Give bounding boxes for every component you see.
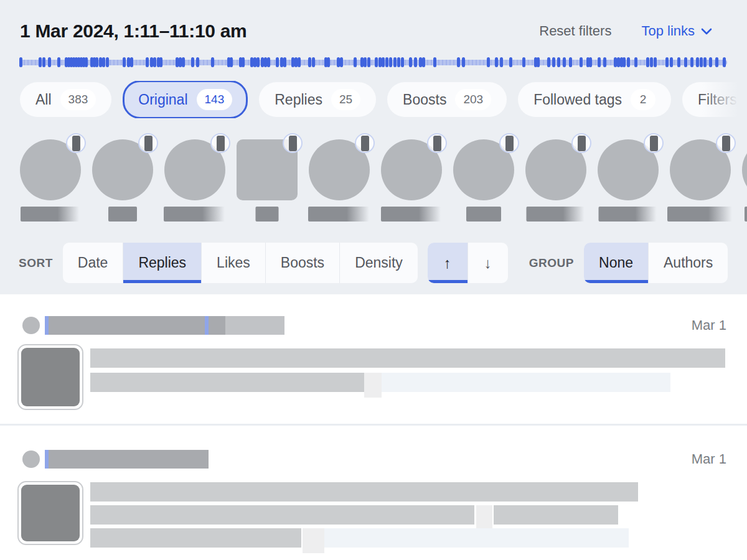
filter-pill-all[interactable]: All383 xyxy=(20,82,111,117)
timeline-tick xyxy=(580,57,583,67)
post-count-badge xyxy=(571,133,591,153)
text-placeholder-line xyxy=(90,482,638,502)
timeline-tick xyxy=(123,57,126,67)
header-segment xyxy=(49,450,209,469)
author-avatar[interactable] xyxy=(670,133,731,224)
post-count-badge xyxy=(283,133,303,153)
filter-count-badge: 143 xyxy=(197,89,233,110)
post-badge-icon xyxy=(505,136,514,151)
author-avatar[interactable] xyxy=(92,133,153,224)
timeline-tick xyxy=(253,57,256,67)
author-avatar[interactable] xyxy=(598,133,659,224)
author-avatar[interactable] xyxy=(742,133,747,224)
timeline-tick xyxy=(182,57,185,67)
author-name-placeholder xyxy=(21,207,80,222)
text-segment xyxy=(364,373,382,398)
filter-pill-label: All xyxy=(35,91,52,108)
author-avatar[interactable] xyxy=(164,133,225,224)
text-segment xyxy=(90,482,638,502)
text-segment xyxy=(90,528,301,548)
timeline-tick xyxy=(537,57,540,67)
filter-pill-boosts[interactable]: Boosts203 xyxy=(387,82,507,117)
timeline-tick xyxy=(414,57,417,67)
group-option-none[interactable]: None xyxy=(584,243,649,283)
timeline-tick xyxy=(242,57,245,67)
timeline-tick xyxy=(723,57,726,67)
page-title: 1 Mar 2024, 1:11–11:10 am xyxy=(20,21,247,42)
author-avatar[interactable] xyxy=(20,133,81,224)
group-options-group: NoneAuthors xyxy=(584,243,728,283)
timeline-tick xyxy=(603,57,606,67)
author-avatar[interactable] xyxy=(309,133,370,224)
timeline-tick xyxy=(382,57,385,67)
post-author-avatar xyxy=(22,317,40,334)
timeline-tick xyxy=(256,57,260,67)
timeline-tick xyxy=(677,57,680,67)
page: 1 Mar 2024, 1:11–11:10 am Reset filters … xyxy=(0,0,747,560)
timeline-tick xyxy=(665,57,669,67)
timeline-tick xyxy=(622,57,626,67)
post-item[interactable]: Mar 1 xyxy=(0,450,747,553)
timeline-tick xyxy=(153,57,156,67)
timeline-tick xyxy=(709,57,712,67)
sort-option-boosts[interactable]: Boosts xyxy=(266,243,340,283)
timeline-tick xyxy=(557,57,560,67)
timeline-tick xyxy=(617,57,620,67)
filter-pill-replies[interactable]: Replies25 xyxy=(259,82,376,117)
post-count-badge xyxy=(499,133,519,153)
sort-direction-descending[interactable]: ↓ xyxy=(468,243,508,283)
sort-option-likes[interactable]: Likes xyxy=(202,243,266,283)
timeline-tick xyxy=(196,57,199,67)
sort-option-density[interactable]: Density xyxy=(340,243,418,283)
text-placeholder-line xyxy=(90,505,618,525)
post-badge-icon xyxy=(433,136,441,151)
author-avatar[interactable] xyxy=(237,133,298,224)
author-name-placeholder xyxy=(164,207,226,222)
timeline-tick xyxy=(589,57,592,67)
timeline-tick xyxy=(389,57,392,67)
timeline-tick xyxy=(250,57,253,67)
post-author-placeholder xyxy=(45,316,284,335)
author-name-placeholder xyxy=(108,207,137,222)
post-badge-icon xyxy=(289,136,297,151)
timeline-tick xyxy=(375,57,378,67)
sort-option-date[interactable]: Date xyxy=(63,243,124,283)
timeline-tick xyxy=(547,57,550,67)
timeline-tick xyxy=(433,57,436,67)
timeline-tick xyxy=(397,57,400,67)
timeline-tick xyxy=(393,57,397,67)
timeline-tick xyxy=(85,57,88,67)
top-links-dropdown[interactable]: Top links xyxy=(641,23,712,39)
group-option-authors[interactable]: Authors xyxy=(649,243,728,283)
author-avatar[interactable] xyxy=(525,133,586,224)
post-thumbnail[interactable] xyxy=(17,344,83,410)
post-item[interactable]: Mar 1 xyxy=(0,316,747,422)
post-thumbnail[interactable] xyxy=(17,481,83,545)
author-avatar[interactable] xyxy=(381,133,442,224)
timeline-tick xyxy=(360,57,364,67)
post-date: Mar 1 xyxy=(692,317,726,334)
header-segment xyxy=(49,316,205,335)
text-placeholder-line xyxy=(90,373,670,392)
timeline-tick xyxy=(422,57,425,67)
timeline-tick xyxy=(312,57,315,67)
text-segment xyxy=(324,528,629,548)
post-badge-icon xyxy=(72,136,80,151)
timeline-tick xyxy=(563,57,566,67)
text-segment xyxy=(90,348,725,368)
timeline-tick xyxy=(487,57,490,67)
author-avatar[interactable] xyxy=(453,133,514,224)
timeline-band[interactable] xyxy=(20,60,727,65)
timeline-tick xyxy=(230,57,233,67)
timeline-tick xyxy=(150,57,153,67)
timeline-tick xyxy=(569,57,572,67)
sort-bar: SORT DateRepliesLikesBoostsDensity ↑↓ GR… xyxy=(19,243,747,283)
sort-direction-ascending[interactable]: ↑ xyxy=(428,243,468,283)
filter-pill-followed-tags[interactable]: Followed tags2 xyxy=(518,82,671,117)
timeline-tick xyxy=(99,57,102,67)
sort-option-replies[interactable]: Replies xyxy=(123,243,202,283)
filter-pill-original[interactable]: Original143 xyxy=(123,81,248,118)
reset-filters-button[interactable]: Reset filters xyxy=(539,23,611,39)
timeline-tick xyxy=(39,57,42,67)
author-name-placeholder xyxy=(667,207,733,222)
